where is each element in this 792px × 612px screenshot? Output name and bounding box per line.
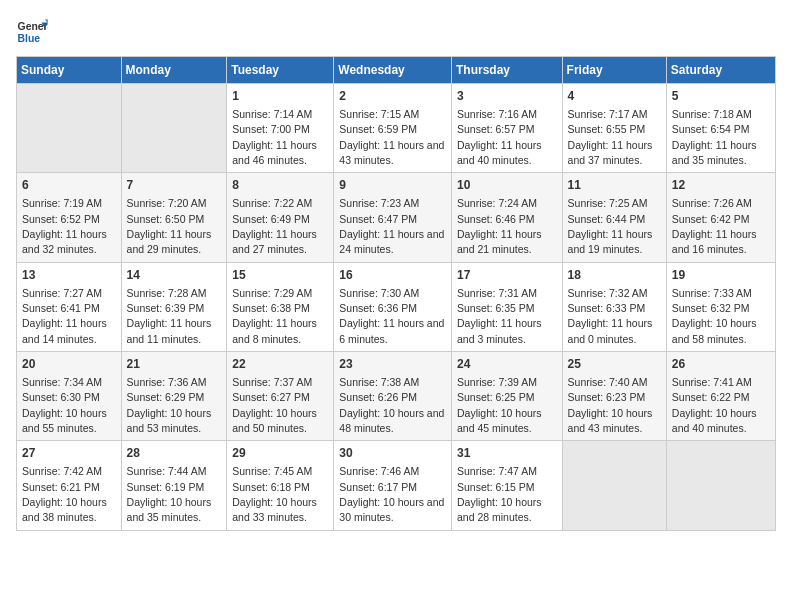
column-header-tuesday: Tuesday [227, 57, 334, 84]
day-number: 25 [568, 356, 661, 373]
day-number: 15 [232, 267, 328, 284]
day-info: Sunrise: 7:40 AMSunset: 6:23 PMDaylight:… [568, 376, 653, 434]
day-number: 17 [457, 267, 557, 284]
day-number: 12 [672, 177, 770, 194]
day-info: Sunrise: 7:38 AMSunset: 6:26 PMDaylight:… [339, 376, 444, 434]
day-info: Sunrise: 7:29 AMSunset: 6:38 PMDaylight:… [232, 287, 317, 345]
day-cell: 10 Sunrise: 7:24 AMSunset: 6:46 PMDaylig… [451, 173, 562, 262]
day-number: 20 [22, 356, 116, 373]
day-number: 5 [672, 88, 770, 105]
day-cell: 4 Sunrise: 7:17 AMSunset: 6:55 PMDayligh… [562, 84, 666, 173]
day-number: 3 [457, 88, 557, 105]
day-info: Sunrise: 7:23 AMSunset: 6:47 PMDaylight:… [339, 197, 444, 255]
day-cell [121, 84, 227, 173]
day-number: 19 [672, 267, 770, 284]
day-number: 28 [127, 445, 222, 462]
calendar-table: SundayMondayTuesdayWednesdayThursdayFrid… [16, 56, 776, 531]
week-row-3: 13 Sunrise: 7:27 AMSunset: 6:41 PMDaylig… [17, 262, 776, 351]
column-header-thursday: Thursday [451, 57, 562, 84]
header-row: SundayMondayTuesdayWednesdayThursdayFrid… [17, 57, 776, 84]
day-number: 22 [232, 356, 328, 373]
day-cell: 18 Sunrise: 7:32 AMSunset: 6:33 PMDaylig… [562, 262, 666, 351]
day-cell: 11 Sunrise: 7:25 AMSunset: 6:44 PMDaylig… [562, 173, 666, 262]
week-row-1: 1 Sunrise: 7:14 AMSunset: 7:00 PMDayligh… [17, 84, 776, 173]
column-header-wednesday: Wednesday [334, 57, 452, 84]
day-info: Sunrise: 7:30 AMSunset: 6:36 PMDaylight:… [339, 287, 444, 345]
day-number: 13 [22, 267, 116, 284]
day-cell: 12 Sunrise: 7:26 AMSunset: 6:42 PMDaylig… [666, 173, 775, 262]
day-info: Sunrise: 7:15 AMSunset: 6:59 PMDaylight:… [339, 108, 444, 166]
day-info: Sunrise: 7:32 AMSunset: 6:33 PMDaylight:… [568, 287, 653, 345]
day-info: Sunrise: 7:17 AMSunset: 6:55 PMDaylight:… [568, 108, 653, 166]
day-info: Sunrise: 7:14 AMSunset: 7:00 PMDaylight:… [232, 108, 317, 166]
day-info: Sunrise: 7:28 AMSunset: 6:39 PMDaylight:… [127, 287, 212, 345]
day-cell: 25 Sunrise: 7:40 AMSunset: 6:23 PMDaylig… [562, 352, 666, 441]
logo: General Blue [16, 16, 48, 48]
day-number: 31 [457, 445, 557, 462]
day-number: 21 [127, 356, 222, 373]
day-number: 27 [22, 445, 116, 462]
day-cell: 8 Sunrise: 7:22 AMSunset: 6:49 PMDayligh… [227, 173, 334, 262]
week-row-2: 6 Sunrise: 7:19 AMSunset: 6:52 PMDayligh… [17, 173, 776, 262]
day-cell: 19 Sunrise: 7:33 AMSunset: 6:32 PMDaylig… [666, 262, 775, 351]
day-info: Sunrise: 7:47 AMSunset: 6:15 PMDaylight:… [457, 465, 542, 523]
day-info: Sunrise: 7:36 AMSunset: 6:29 PMDaylight:… [127, 376, 212, 434]
day-cell: 26 Sunrise: 7:41 AMSunset: 6:22 PMDaylig… [666, 352, 775, 441]
day-number: 30 [339, 445, 446, 462]
day-cell: 16 Sunrise: 7:30 AMSunset: 6:36 PMDaylig… [334, 262, 452, 351]
day-number: 6 [22, 177, 116, 194]
column-header-monday: Monday [121, 57, 227, 84]
day-cell: 27 Sunrise: 7:42 AMSunset: 6:21 PMDaylig… [17, 441, 122, 530]
day-cell: 22 Sunrise: 7:37 AMSunset: 6:27 PMDaylig… [227, 352, 334, 441]
day-number: 9 [339, 177, 446, 194]
day-info: Sunrise: 7:22 AMSunset: 6:49 PMDaylight:… [232, 197, 317, 255]
day-cell: 13 Sunrise: 7:27 AMSunset: 6:41 PMDaylig… [17, 262, 122, 351]
day-info: Sunrise: 7:37 AMSunset: 6:27 PMDaylight:… [232, 376, 317, 434]
day-info: Sunrise: 7:26 AMSunset: 6:42 PMDaylight:… [672, 197, 757, 255]
column-header-saturday: Saturday [666, 57, 775, 84]
day-number: 7 [127, 177, 222, 194]
day-number: 18 [568, 267, 661, 284]
day-cell: 15 Sunrise: 7:29 AMSunset: 6:38 PMDaylig… [227, 262, 334, 351]
logo-icon: General Blue [16, 16, 48, 48]
day-info: Sunrise: 7:25 AMSunset: 6:44 PMDaylight:… [568, 197, 653, 255]
day-info: Sunrise: 7:41 AMSunset: 6:22 PMDaylight:… [672, 376, 757, 434]
day-number: 1 [232, 88, 328, 105]
day-info: Sunrise: 7:16 AMSunset: 6:57 PMDaylight:… [457, 108, 542, 166]
day-cell: 30 Sunrise: 7:46 AMSunset: 6:17 PMDaylig… [334, 441, 452, 530]
day-number: 23 [339, 356, 446, 373]
day-info: Sunrise: 7:42 AMSunset: 6:21 PMDaylight:… [22, 465, 107, 523]
day-info: Sunrise: 7:33 AMSunset: 6:32 PMDaylight:… [672, 287, 757, 345]
day-info: Sunrise: 7:24 AMSunset: 6:46 PMDaylight:… [457, 197, 542, 255]
day-number: 10 [457, 177, 557, 194]
day-cell: 2 Sunrise: 7:15 AMSunset: 6:59 PMDayligh… [334, 84, 452, 173]
day-info: Sunrise: 7:20 AMSunset: 6:50 PMDaylight:… [127, 197, 212, 255]
day-info: Sunrise: 7:34 AMSunset: 6:30 PMDaylight:… [22, 376, 107, 434]
page-header: General Blue [16, 16, 776, 48]
day-number: 14 [127, 267, 222, 284]
day-info: Sunrise: 7:27 AMSunset: 6:41 PMDaylight:… [22, 287, 107, 345]
day-info: Sunrise: 7:44 AMSunset: 6:19 PMDaylight:… [127, 465, 212, 523]
day-info: Sunrise: 7:39 AMSunset: 6:25 PMDaylight:… [457, 376, 542, 434]
day-number: 26 [672, 356, 770, 373]
day-info: Sunrise: 7:46 AMSunset: 6:17 PMDaylight:… [339, 465, 444, 523]
day-cell: 23 Sunrise: 7:38 AMSunset: 6:26 PMDaylig… [334, 352, 452, 441]
day-cell: 21 Sunrise: 7:36 AMSunset: 6:29 PMDaylig… [121, 352, 227, 441]
day-cell [17, 84, 122, 173]
day-number: 11 [568, 177, 661, 194]
day-number: 2 [339, 88, 446, 105]
day-number: 24 [457, 356, 557, 373]
day-number: 29 [232, 445, 328, 462]
day-cell: 24 Sunrise: 7:39 AMSunset: 6:25 PMDaylig… [451, 352, 562, 441]
day-cell: 9 Sunrise: 7:23 AMSunset: 6:47 PMDayligh… [334, 173, 452, 262]
day-cell [562, 441, 666, 530]
day-cell [666, 441, 775, 530]
day-cell: 3 Sunrise: 7:16 AMSunset: 6:57 PMDayligh… [451, 84, 562, 173]
column-header-sunday: Sunday [17, 57, 122, 84]
week-row-5: 27 Sunrise: 7:42 AMSunset: 6:21 PMDaylig… [17, 441, 776, 530]
day-info: Sunrise: 7:31 AMSunset: 6:35 PMDaylight:… [457, 287, 542, 345]
column-header-friday: Friday [562, 57, 666, 84]
svg-text:Blue: Blue [18, 33, 41, 44]
day-cell: 7 Sunrise: 7:20 AMSunset: 6:50 PMDayligh… [121, 173, 227, 262]
day-cell: 29 Sunrise: 7:45 AMSunset: 6:18 PMDaylig… [227, 441, 334, 530]
